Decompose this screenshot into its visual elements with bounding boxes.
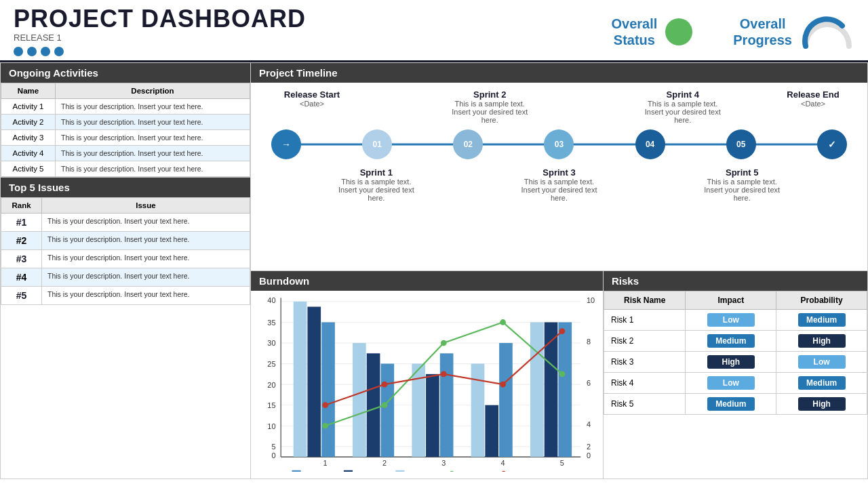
svg-text:3: 3 [441, 459, 446, 467]
prob-badge: High [798, 397, 846, 411]
impact-badge: Medium [707, 334, 755, 348]
svg-text:1: 1 [323, 459, 328, 467]
issue-rank: #2 [1, 232, 42, 250]
left-column: Ongoing Activities Name Description Acti… [0, 62, 251, 479]
overall-status-label: OverallStatus [611, 16, 657, 48]
issue-desc: This is your description. Insert your te… [42, 287, 250, 305]
issues-section: Top 5 Issues Rank Issue #1 This is your … [0, 177, 251, 479]
issue-desc: This is your description. Insert your te… [42, 232, 250, 250]
risk-name: Risk 2 [604, 331, 686, 352]
sprint3-title: Sprint 3 [468, 167, 651, 178]
sprint1-sub: This is a sample text. Insert your desir… [332, 178, 420, 202]
activity-desc: This is your description. Insert your te… [56, 130, 250, 146]
risk-prob: Medium [776, 310, 867, 331]
gauge-container [800, 15, 854, 49]
legend-s3-box [292, 470, 301, 472]
point-s1-4 [500, 319, 506, 325]
point-s2-2 [382, 382, 388, 388]
overall-progress-label: OverallProgress [733, 16, 792, 48]
point-s2-5 [559, 328, 566, 334]
gauge-svg [800, 15, 854, 49]
node-01: 01 [362, 129, 392, 159]
activity-name: Activity 5 [1, 161, 56, 177]
bar-s3-g4 [499, 343, 513, 457]
risks-col-impact: Impact [686, 291, 776, 310]
risk-name: Risk 5 [604, 394, 686, 415]
activity-name: Activity 3 [1, 130, 56, 146]
title-block: PROJECT DASHBOARD RELEASE 1 [14, 7, 306, 56]
bar-s5-g1 [294, 302, 307, 457]
risk-name: Risk 4 [604, 373, 686, 394]
point-s2-1 [322, 402, 328, 408]
point-s1-3 [441, 340, 447, 346]
risks-col-name: Risk Name [604, 291, 686, 310]
sprint1-title: Sprint 1 [285, 167, 468, 178]
svg-text:4: 4 [587, 421, 591, 429]
status-circle-green [665, 18, 692, 45]
activity-row: Activity 3 This is your description. Ins… [1, 130, 250, 146]
bar-s4-g5 [545, 323, 558, 458]
issue-row: #5 This is your description. Insert your… [1, 287, 250, 305]
sprint4-sub: This is a sample text. Insert your desir… [639, 100, 727, 124]
milestone-sprint1: Sprint 1 This is a sample text. Insert y… [285, 167, 468, 202]
overall-progress-block: OverallProgress [733, 15, 854, 49]
svg-text:10: 10 [267, 422, 275, 430]
activity-row: Activity 5 This is your description. Ins… [1, 161, 250, 177]
impact-badge: Low [707, 313, 755, 327]
issue-rank: #3 [1, 250, 42, 268]
node-02: 02 [453, 129, 483, 159]
svg-text:0: 0 [271, 451, 275, 460]
activity-desc: This is your description. Insert your te… [56, 146, 250, 161]
risk-row: Risk 3 High Low [604, 352, 867, 373]
risk-row: Risk 2 Medium High [604, 331, 867, 352]
prob-badge: Medium [798, 313, 846, 327]
page-subtitle: RELEASE 1 [14, 33, 306, 43]
bar-s4-g2 [367, 353, 380, 457]
sprint5-title: Sprint 5 [650, 167, 833, 178]
overall-status-block: OverallStatus [611, 16, 692, 48]
milestone-sprint4: Sprint 4 This is a sample text. Insert y… [587, 89, 780, 124]
node-04: 04 [635, 129, 665, 159]
bar-s4-g3 [426, 374, 439, 457]
sprint4-title: Sprint 4 [587, 89, 780, 100]
timeline-section: Project Timeline Release Start <Date> Sp… [251, 62, 868, 271]
sprint3-sub: This is a sample text. Insert your desir… [515, 178, 604, 202]
point-s1-5 [559, 371, 566, 378]
legend-s5-box [395, 470, 404, 472]
risk-name: Risk 3 [604, 352, 686, 373]
activity-row: Activity 1 This is your description. Ins… [1, 99, 250, 115]
issues-col-rank: Rank [1, 198, 42, 214]
legend-s5-label: Series5 [406, 470, 429, 472]
right-area: Project Timeline Release Start <Date> Sp… [251, 62, 868, 479]
release-end-sub: <Date> [779, 100, 847, 108]
node-start: → [271, 129, 301, 159]
sprint5-sub: This is a sample text. Insert your desir… [698, 178, 786, 202]
activities-header: Ongoing Activities [1, 63, 250, 83]
prob-badge: High [798, 334, 846, 348]
issue-row: #3 This is your description. Insert your… [1, 250, 250, 268]
activities-table: Name Description Activity 1 This is your… [1, 83, 250, 177]
activity-name: Activity 2 [1, 115, 56, 130]
sprint2-title: Sprint 2 [393, 89, 587, 100]
sprint2-sub: This is a sample text. Insert your desir… [446, 100, 534, 124]
bar-s4-g1 [307, 307, 321, 458]
issue-row: #2 This is your description. Insert your… [1, 232, 250, 250]
bar-s4-g4 [485, 405, 498, 457]
issues-col-issue: Issue [42, 198, 250, 214]
risks-table: Risk Name Impact Probability Risk 1 Low … [604, 291, 867, 415]
svg-text:20: 20 [267, 381, 275, 389]
activity-row: Activity 2 This is your description. Ins… [1, 115, 250, 130]
activity-desc: This is your description. Insert your te… [56, 99, 250, 115]
bar-s5-g2 [353, 343, 366, 457]
issue-rank: #1 [1, 214, 42, 232]
legend-s4-label: Series4 [354, 470, 377, 472]
issue-rank: #5 [1, 287, 42, 305]
node-end: ✓ [817, 129, 847, 159]
svg-text:5: 5 [560, 459, 564, 467]
svg-text:40: 40 [267, 296, 275, 304]
node-05: 05 [726, 129, 756, 159]
risk-impact: Low [686, 310, 776, 331]
risk-prob: High [776, 394, 867, 415]
legend-s1-circle [450, 471, 454, 472]
milestone-sprint5: Sprint 5 This is a sample text. Insert y… [650, 167, 833, 202]
